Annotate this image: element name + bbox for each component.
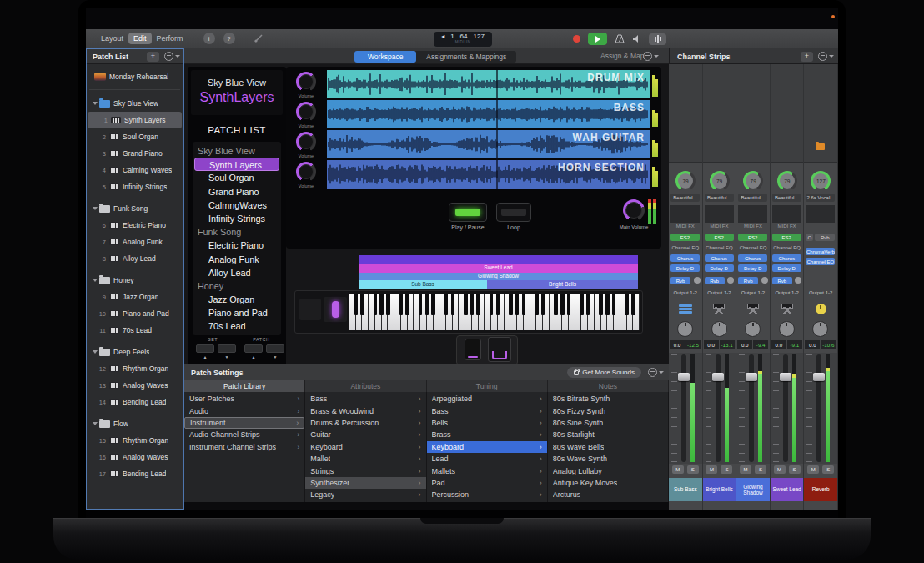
patch-list-patch-entry[interactable]: Infinity Strings bbox=[194, 212, 279, 225]
patch-library-item[interactable]: Bells› bbox=[427, 417, 547, 429]
solo-button[interactable]: S bbox=[789, 465, 801, 474]
solo-button[interactable]: S bbox=[755, 465, 766, 474]
assign-map-menu-button[interactable] bbox=[643, 52, 659, 61]
patch-list-item[interactable]: 16Analog Waves bbox=[86, 449, 183, 465]
metronome-icon[interactable] bbox=[615, 34, 625, 43]
patch-list-item[interactable]: 5Infinity Strings bbox=[86, 178, 183, 195]
set-prev-button[interactable] bbox=[196, 344, 214, 353]
fader-cap[interactable] bbox=[813, 373, 825, 381]
patch-library-item[interactable]: Mallet› bbox=[305, 453, 425, 465]
patch-list-item[interactable]: 3Grand Piano bbox=[86, 145, 183, 162]
strip-knob[interactable]: 79 bbox=[675, 171, 696, 191]
patch-list-item[interactable]: 12Rhythm Organ bbox=[86, 360, 183, 377]
patch-list-item[interactable]: 6Electric Piano bbox=[86, 217, 183, 234]
solo-button[interactable]: S bbox=[721, 465, 732, 474]
patch-list-set-entry[interactable]: Honey bbox=[194, 279, 279, 293]
channel-eq-label[interactable]: Channel EQ bbox=[669, 245, 702, 250]
patch-library-item[interactable]: Drums & Percussion› bbox=[305, 417, 425, 429]
pan-knob[interactable] bbox=[812, 321, 828, 337]
patch-list-set-entry[interactable]: Sky Blue View bbox=[194, 144, 279, 158]
layer-band-sweet-lead[interactable]: Sweet Lead bbox=[359, 264, 638, 273]
mode-button-perform[interactable]: Perform bbox=[152, 33, 188, 44]
pan-knob[interactable] bbox=[779, 321, 795, 337]
channel-strips-menu-button[interactable] bbox=[818, 52, 834, 61]
patch-library-item[interactable]: Lead› bbox=[427, 453, 547, 465]
send-bus-button[interactable]: Rvb bbox=[705, 277, 725, 284]
layer-band-top[interactable] bbox=[359, 255, 638, 264]
track-volume-knob[interactable] bbox=[296, 132, 316, 152]
expression-pedal[interactable] bbox=[488, 337, 511, 362]
patch-library-item[interactable]: Bass› bbox=[427, 405, 547, 416]
set-folder-row[interactable]: Honey bbox=[86, 272, 183, 289]
mod-wheel-control[interactable] bbox=[324, 297, 347, 322]
fader-track[interactable] bbox=[816, 354, 821, 462]
patch-list-patch-entry[interactable]: Jazz Organ bbox=[194, 293, 279, 306]
channel-name-plate[interactable]: Sweet Lead bbox=[771, 478, 804, 501]
channel-eq-label[interactable]: Channel EQ bbox=[736, 245, 770, 250]
patch-list-item[interactable]: 8Alloy Lead bbox=[86, 250, 183, 267]
set-next-button[interactable] bbox=[218, 344, 236, 353]
instrument-plugin-button[interactable]: ES2 bbox=[670, 234, 700, 241]
patch-list-patch-entry[interactable]: Piano and Pad bbox=[194, 306, 279, 319]
send-level-knob[interactable] bbox=[795, 277, 801, 284]
patch-library-item[interactable]: Instrument Channel Strips› bbox=[184, 441, 304, 453]
mute-button[interactable]: M bbox=[706, 465, 717, 474]
concert-row[interactable]: Monday Rehearsal bbox=[86, 68, 183, 85]
audio-fx-plugin-button[interactable]: Channel EQ bbox=[806, 258, 835, 265]
record-button[interactable] bbox=[573, 35, 580, 43]
add-patch-button[interactable]: + bbox=[147, 52, 159, 62]
mode-button-edit[interactable]: Edit bbox=[128, 33, 152, 44]
main-volume-knob[interactable] bbox=[623, 199, 645, 221]
setting-name[interactable]: Beautiful... bbox=[705, 194, 734, 202]
set-folder-row[interactable]: Deep Feels bbox=[86, 344, 183, 360]
patch-list-patch-entry[interactable]: Grand Piano bbox=[194, 185, 279, 199]
disclosure-chevron[interactable] bbox=[86, 279, 98, 282]
speaker-icon[interactable] bbox=[632, 34, 641, 43]
send-plugin-button[interactable]: Chorus bbox=[705, 254, 734, 262]
fader-cap[interactable] bbox=[746, 373, 757, 381]
setting-name[interactable]: 2.6s Vocal... bbox=[806, 194, 835, 202]
patch-library-item[interactable]: 80s Sine Synth bbox=[548, 417, 668, 429]
output-label[interactable]: Output 1-2 bbox=[669, 290, 702, 295]
info-button[interactable]: i bbox=[203, 33, 215, 44]
patch-list-patch-entry[interactable]: Analog Funk bbox=[194, 253, 279, 266]
mute-button[interactable]: M bbox=[807, 465, 819, 474]
tab-workspace[interactable]: Workspace bbox=[354, 51, 416, 63]
pan-knob[interactable] bbox=[711, 321, 727, 337]
patch-library-item[interactable]: Audio› bbox=[184, 405, 304, 416]
send-plugin-button[interactable]: Chorus bbox=[738, 254, 767, 262]
track-volume-knob[interactable] bbox=[296, 72, 316, 92]
setting-name[interactable]: Beautiful... bbox=[772, 194, 801, 202]
get-more-sounds-button[interactable]: Get More Sounds bbox=[567, 367, 641, 378]
strip-knob[interactable]: 127 bbox=[811, 171, 831, 191]
patch-library-item[interactable]: Brass & Woodwind› bbox=[305, 405, 425, 416]
add-channel-strip-button[interactable]: + bbox=[801, 52, 813, 62]
channel-name-plate[interactable]: Sub Bass bbox=[669, 478, 702, 501]
patch-list-item[interactable]: 7Analog Funk bbox=[86, 234, 183, 250]
patch-library-item[interactable]: Bass› bbox=[305, 393, 425, 405]
fader-track[interactable] bbox=[749, 354, 754, 462]
fader-cap[interactable] bbox=[678, 373, 690, 381]
mute-button[interactable]: M bbox=[740, 465, 751, 474]
patch-library-item[interactable]: 80s Wave Synth bbox=[548, 453, 668, 465]
patch-list-item[interactable]: 15Rhythm Organ bbox=[86, 432, 183, 449]
set-folder-row[interactable]: Flow bbox=[86, 415, 183, 432]
instrument-plugin-button[interactable]: ES2 bbox=[738, 234, 767, 241]
patch-library-item[interactable]: Antique Key Moves bbox=[548, 477, 668, 489]
patch-list-patch-entry[interactable]: Soul Organ bbox=[194, 171, 279, 184]
patch-prev-button[interactable] bbox=[244, 344, 263, 353]
patch-list-patch-entry[interactable]: Alloy Lead bbox=[194, 266, 279, 279]
send-bus-button[interactable]: Rvb bbox=[772, 277, 792, 284]
layer-band-sub-bass[interactable]: Sub Bass bbox=[359, 280, 487, 289]
pitch-bend-control[interactable] bbox=[299, 299, 321, 320]
patch-library-item[interactable]: Pad› bbox=[427, 477, 547, 489]
loop-button[interactable] bbox=[496, 203, 531, 222]
patch-list-menu-button[interactable] bbox=[164, 52, 180, 61]
patch-library-item[interactable]: Guitar› bbox=[305, 429, 425, 440]
patch-list-item[interactable]: 14Bending Lead bbox=[86, 394, 183, 410]
eq-thumbnail[interactable] bbox=[738, 205, 767, 223]
patch-list-set-entry[interactable]: Funk Song bbox=[194, 225, 279, 239]
pan-knob[interactable] bbox=[677, 321, 693, 337]
patch-library-item[interactable]: Legacy› bbox=[305, 489, 425, 500]
tab-notes[interactable]: Notes bbox=[548, 380, 669, 392]
